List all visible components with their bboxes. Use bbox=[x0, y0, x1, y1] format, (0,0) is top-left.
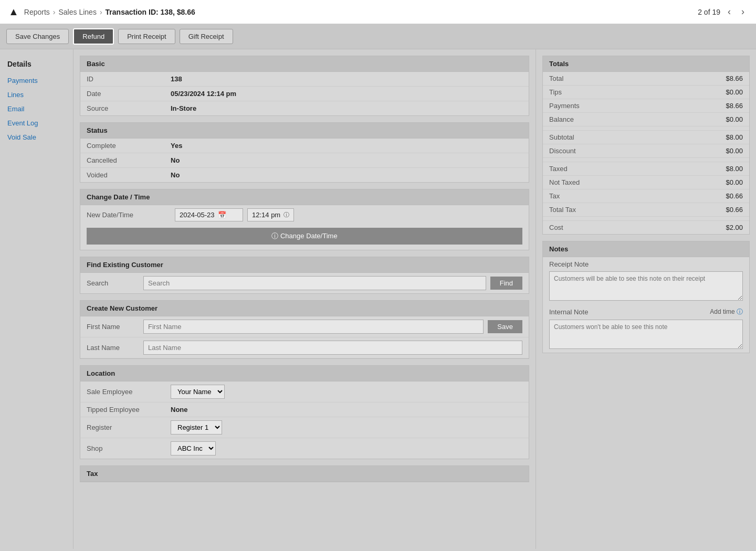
date-value: 05/23/2024 12:14 pm bbox=[171, 90, 236, 98]
total-value-10: $2.00 bbox=[726, 224, 743, 231]
toolbar: Save Changes Refund Print Receipt Gift R… bbox=[0, 24, 756, 49]
sale-employee-label: Sale Employee bbox=[87, 388, 171, 396]
print-receipt-button[interactable]: Print Receipt bbox=[118, 29, 175, 44]
location-header: Location bbox=[80, 366, 529, 382]
calendar-icon[interactable]: 📅 bbox=[218, 211, 226, 219]
receipt-note-label: Receipt Note bbox=[543, 257, 749, 269]
time-input-value: 12:14 pm bbox=[252, 211, 280, 219]
total-value-2: $8.66 bbox=[726, 102, 743, 110]
shop-row: Shop ABC Inc bbox=[80, 438, 529, 459]
total-row-4: Subtotal $8.00 bbox=[543, 131, 749, 144]
first-name-row: First Name Save bbox=[80, 316, 529, 337]
source-label: Source bbox=[87, 104, 171, 112]
total-row-7: Not Taxed $0.00 bbox=[543, 176, 749, 189]
reports-link[interactable]: Reports bbox=[24, 8, 50, 16]
sidebar-title: Details bbox=[0, 56, 73, 73]
breadcrumb-sep2: › bbox=[100, 8, 102, 16]
search-input[interactable] bbox=[143, 276, 486, 290]
register-select[interactable]: Register 1 bbox=[171, 420, 222, 435]
total-row-2: Payments $8.66 bbox=[543, 99, 749, 113]
content-area: Basic ID 138 Date 05/23/2024 12:14 pm So… bbox=[74, 49, 536, 549]
top-nav: ▲ Reports › Sales Lines › Transaction ID… bbox=[0, 0, 756, 24]
last-name-row: Last Name bbox=[80, 337, 529, 358]
complete-label: Complete bbox=[87, 142, 171, 150]
total-row-6: Taxed $8.00 bbox=[543, 162, 749, 176]
notes-section: Notes Receipt Note Internal Note Add tim… bbox=[542, 241, 750, 353]
sidebar-item-payments[interactable]: Payments bbox=[0, 73, 73, 88]
tipped-employee-label: Tipped Employee bbox=[87, 406, 171, 414]
first-name-input[interactable] bbox=[143, 320, 484, 334]
breadcrumb: ▲ Reports › Sales Lines › Transaction ID… bbox=[8, 6, 195, 18]
total-label-9: Total Tax bbox=[549, 206, 576, 214]
save-changes-button[interactable]: Save Changes bbox=[6, 29, 69, 44]
breadcrumb-sep1: › bbox=[53, 8, 56, 16]
internal-note-textarea[interactable] bbox=[549, 320, 743, 349]
main-layout: Details Payments Lines Email Event Log V… bbox=[0, 49, 756, 549]
tipped-employee-value: None bbox=[171, 406, 188, 414]
new-customer-header: Create New Customer bbox=[80, 301, 529, 316]
sidebar-item-void-sale[interactable]: Void Sale bbox=[0, 130, 73, 144]
search-row: Search Find bbox=[80, 273, 529, 293]
sales-lines-link[interactable]: Sales Lines bbox=[59, 8, 97, 16]
sidebar-item-event-log[interactable]: Event Log bbox=[0, 116, 73, 130]
date-row: Date 05/23/2024 12:14 pm bbox=[80, 87, 529, 101]
new-datetime-label: New Date/Time bbox=[87, 211, 171, 219]
id-label: ID bbox=[87, 75, 171, 83]
date-input-value: 2024-05-23 bbox=[180, 211, 215, 219]
search-label: Search bbox=[87, 279, 139, 287]
date-input[interactable]: 2024-05-23 📅 bbox=[175, 208, 243, 221]
tax-section: Tax bbox=[80, 465, 529, 482]
total-label-3: Balance bbox=[549, 115, 574, 123]
find-customer-section: Find Existing Customer Search Find bbox=[80, 257, 529, 294]
receipt-note-textarea[interactable] bbox=[549, 271, 743, 301]
next-nav-button[interactable]: › bbox=[738, 4, 748, 19]
date-label: Date bbox=[87, 90, 171, 98]
cancelled-label: Cancelled bbox=[87, 156, 171, 164]
shop-select[interactable]: ABC Inc bbox=[171, 441, 216, 455]
sidebar: Details Payments Lines Email Event Log V… bbox=[0, 49, 74, 549]
change-date-header: Change Date / Time bbox=[80, 189, 529, 205]
register-row: Register Register 1 bbox=[80, 417, 529, 438]
total-label-8: Tax bbox=[549, 192, 560, 200]
page-counter: 2 of 19 bbox=[698, 8, 720, 16]
source-row: Source In-Store bbox=[80, 101, 529, 115]
notes-header: Notes bbox=[543, 241, 749, 257]
change-date-button[interactable]: ⓘ Change Date/Time bbox=[87, 228, 522, 245]
sidebar-item-lines[interactable]: Lines bbox=[0, 88, 73, 102]
total-value-7: $0.00 bbox=[726, 178, 743, 186]
complete-row: Complete Yes bbox=[80, 139, 529, 153]
time-input[interactable]: 12:14 pm ⓘ bbox=[247, 208, 294, 221]
find-button[interactable]: Find bbox=[490, 277, 522, 290]
total-row-8: Tax $0.66 bbox=[543, 189, 749, 203]
logo-icon: ▲ bbox=[8, 6, 19, 18]
total-label-2: Payments bbox=[549, 102, 580, 110]
new-customer-save-button[interactable]: Save bbox=[488, 320, 522, 333]
total-row-0: Total $8.66 bbox=[543, 72, 749, 86]
gift-receipt-button[interactable]: Gift Receipt bbox=[180, 29, 233, 44]
clock-icon: ⓘ bbox=[284, 211, 289, 219]
last-name-label: Last Name bbox=[87, 344, 139, 352]
total-row-1: Tips $0.00 bbox=[543, 86, 749, 99]
total-label-7: Not Taxed bbox=[549, 178, 580, 186]
total-value-9: $0.66 bbox=[726, 206, 743, 214]
total-label-0: Total bbox=[549, 75, 563, 82]
total-value-6: $8.00 bbox=[726, 165, 743, 173]
id-value: 138 bbox=[171, 75, 182, 83]
voided-value: No bbox=[171, 171, 180, 179]
total-value-1: $0.00 bbox=[726, 88, 743, 96]
total-label-1: Tips bbox=[549, 88, 562, 96]
status-header: Status bbox=[80, 123, 529, 139]
basic-section: Basic ID 138 Date 05/23/2024 12:14 pm So… bbox=[80, 56, 529, 116]
total-row-10: Cost $2.00 bbox=[543, 221, 749, 234]
add-time-link[interactable]: Add time ⓘ bbox=[710, 308, 743, 316]
prev-nav-button[interactable]: ‹ bbox=[724, 4, 734, 19]
transaction-title: Transaction ID: 138, $8.66 bbox=[106, 8, 195, 16]
tax-header: Tax bbox=[80, 466, 529, 482]
cancelled-row: Cancelled No bbox=[80, 153, 529, 168]
find-customer-header: Find Existing Customer bbox=[80, 257, 529, 273]
sale-employee-select[interactable]: Your Name bbox=[171, 385, 225, 399]
last-name-input[interactable] bbox=[143, 341, 522, 355]
nav-pagination: 2 of 19 ‹ › bbox=[698, 4, 748, 19]
refund-button[interactable]: Refund bbox=[73, 28, 114, 45]
sidebar-item-email[interactable]: Email bbox=[0, 102, 73, 116]
